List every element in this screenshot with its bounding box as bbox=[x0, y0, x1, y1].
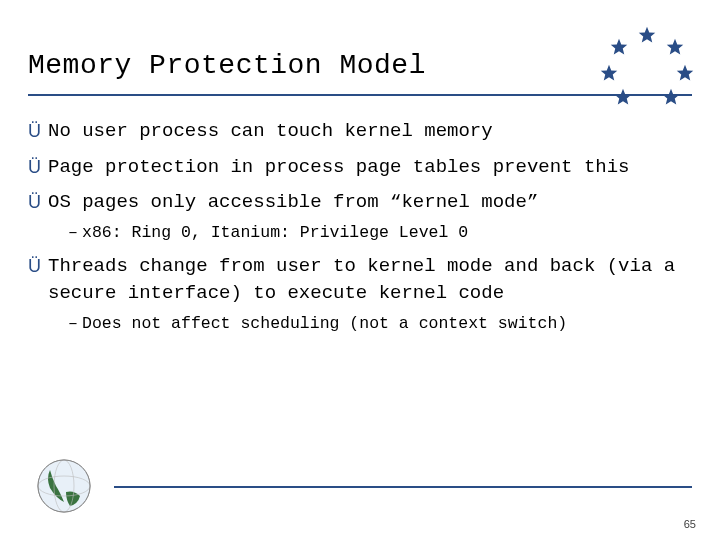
bullet-level1: Ü No user process can touch kernel memor… bbox=[28, 118, 692, 146]
bullet-arrow-icon: Ü bbox=[28, 189, 48, 217]
bullet-text: OS pages only accessible from “kernel mo… bbox=[48, 189, 692, 217]
svg-marker-6 bbox=[615, 89, 632, 105]
bullet-text: Page protection in process page tables p… bbox=[48, 154, 692, 182]
bullet-arrow-icon: Ü bbox=[28, 154, 48, 182]
title-divider bbox=[28, 94, 692, 96]
bullet-level1: Ü Threads change from user to kernel mod… bbox=[28, 253, 692, 308]
svg-marker-3 bbox=[663, 89, 680, 105]
bullet-text: No user process can touch kernel memory bbox=[48, 118, 692, 146]
content-area: Ü No user process can touch kernel memor… bbox=[28, 110, 692, 336]
bullet-arrow-icon: Ü bbox=[28, 253, 48, 308]
svg-marker-0 bbox=[639, 27, 656, 43]
page-number: 65 bbox=[684, 518, 696, 530]
bullet-level1: Ü OS pages only accessible from “kernel … bbox=[28, 189, 692, 217]
slide-title: Memory Protection Model bbox=[28, 50, 426, 81]
svg-marker-5 bbox=[601, 65, 618, 81]
bullet-level2: – x86: Ring 0, Itanium: Privilege Level … bbox=[68, 221, 692, 245]
title-row: Memory Protection Model bbox=[28, 50, 692, 81]
bullet-text: Threads change from user to kernel mode … bbox=[48, 253, 692, 308]
bullet-level1: Ü Page protection in process page tables… bbox=[28, 154, 692, 182]
svg-marker-4 bbox=[611, 39, 628, 55]
globe-icon bbox=[36, 458, 92, 514]
bullet-text: x86: Ring 0, Itanium: Privilege Level 0 bbox=[82, 221, 468, 245]
slide: Memory Protection Model Ü No user proces… bbox=[0, 0, 720, 540]
bullet-arrow-icon: Ü bbox=[28, 118, 48, 146]
sub-dash-icon: – bbox=[68, 312, 82, 336]
sub-dash-icon: – bbox=[68, 221, 82, 245]
footer-divider bbox=[114, 486, 692, 488]
svg-marker-1 bbox=[667, 39, 684, 55]
bullet-level2: – Does not affect scheduling (not a cont… bbox=[68, 312, 692, 336]
svg-marker-2 bbox=[677, 65, 694, 81]
bullet-text: Does not affect scheduling (not a contex… bbox=[82, 312, 567, 336]
